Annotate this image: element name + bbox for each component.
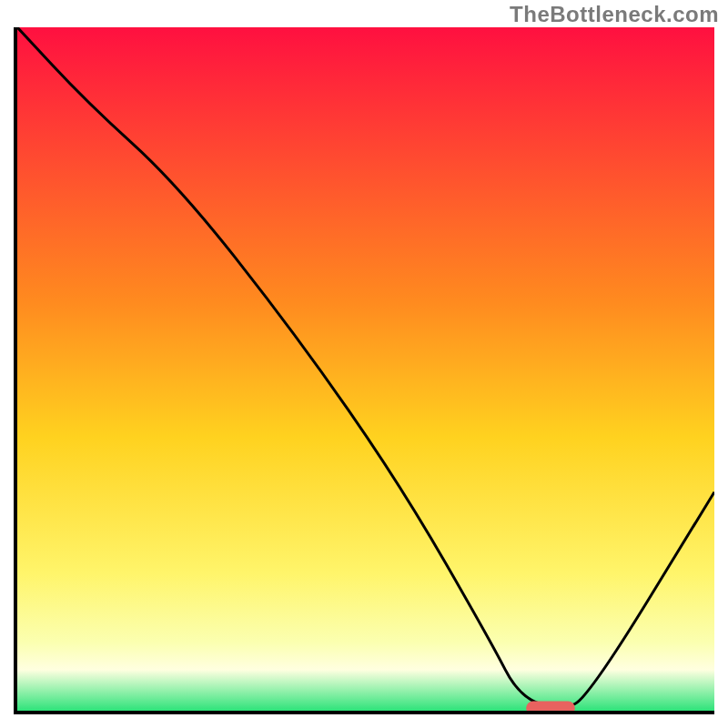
plot-area [17, 27, 714, 711]
watermark-text: TheBottleneck.com [510, 2, 719, 27]
optimal-range-marker [17, 27, 714, 711]
svg-rect-1 [526, 701, 575, 711]
